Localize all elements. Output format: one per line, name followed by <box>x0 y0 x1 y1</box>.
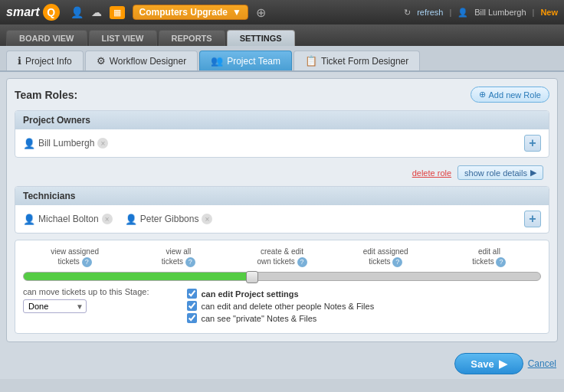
add-member-button[interactable]: + <box>524 135 541 152</box>
member-name-2: Peter Gibbons <box>140 214 199 224</box>
slider-label-2: view all tickets ? <box>126 247 230 267</box>
subtab-workflow[interactable]: ⚙ Workflow Designer <box>85 51 198 70</box>
top-bar: smart Q 👤 ☁ ▦ Computers Upgrade ▼ ⊕ ↻ re… <box>0 0 564 24</box>
help-icon-1[interactable]: ? <box>82 257 92 267</box>
stage-label: can move tickets up to this Stage: <box>23 287 149 296</box>
project-owners-header: Project Owners <box>15 111 549 129</box>
checkbox-label-1: can edit Project settings <box>201 289 298 299</box>
tab-list-view[interactable]: LIST VIEW <box>89 30 157 46</box>
project-name: Computers Upgrade <box>139 7 228 18</box>
main-panel: Team Roles: ⊕ Add new Role Project Owner… <box>6 78 558 342</box>
info-icon: ℹ <box>18 55 21 67</box>
save-arrow-icon: ▶ <box>499 358 507 370</box>
refresh-link[interactable]: refresh <box>417 8 443 17</box>
tab-reports[interactable]: REPORTS <box>159 30 225 46</box>
remove-member-1-button[interactable]: × <box>102 214 113 224</box>
separator2: | <box>533 8 535 17</box>
member-michael-bolton: 👤 Michael Bolton × <box>23 214 113 225</box>
subtab-project-team[interactable]: 👥 Project Team <box>199 51 292 70</box>
sub-tabs: ℹ Project Info ⚙ Workflow Designer 👥 Pro… <box>0 46 564 72</box>
checkbox-label-3: can see "private" Notes & Files <box>201 314 316 323</box>
add-technician-button[interactable]: + <box>524 211 541 227</box>
checkbox-label-2: can edit and delete other people Notes &… <box>201 302 374 311</box>
save-button[interactable]: Save ▶ <box>454 353 523 374</box>
top-right: ↻ refresh | 👤 Bill Lumbergh | New <box>404 8 558 18</box>
permissions-slider-track <box>23 272 541 281</box>
show-role-label: show role details <box>464 168 527 178</box>
nav-tabs: BOARD VIEW LIST VIEW REPORTS SETTINGS <box>0 24 564 46</box>
project-dropdown-icon: ▼ <box>232 7 241 18</box>
ticket-icon: 📋 <box>305 55 317 67</box>
checkbox-row-3: can see "private" Notes & Files <box>187 313 374 323</box>
project-owners-section: Project Owners 👤 Bill Lumbergh × + <box>15 110 549 158</box>
new-badge: New <box>540 8 558 17</box>
tab-board-view[interactable]: BOARD VIEW <box>6 30 87 46</box>
logo-text: smart <box>6 5 40 19</box>
help-icon-2[interactable]: ? <box>185 257 195 267</box>
remove-member-button[interactable]: × <box>97 138 108 149</box>
slider-label-4: edit assigned tickets ? <box>334 247 438 267</box>
subtab-project-team-label: Project Team <box>227 56 280 67</box>
slider-label-3: create & edit own tickets ? <box>230 247 333 267</box>
technicians-section: Technicians 👤 Michael Bolton × 👤 Peter G… <box>15 186 549 234</box>
slider-labels: view assigned tickets ? view all tickets… <box>23 247 541 267</box>
subtab-project-info-label: Project Info <box>25 56 72 67</box>
member-name: Bill Lumbergh <box>38 138 94 149</box>
refresh-icon: ↻ <box>404 8 411 18</box>
help-icon-3[interactable]: ? <box>297 257 307 267</box>
project-selector[interactable]: Computers Upgrade ▼ <box>133 5 248 20</box>
subtab-ticket-form-label: Ticket Form Designer <box>321 56 408 67</box>
add-project-icon[interactable]: ⊕ <box>256 5 266 20</box>
member-icon: 👤 <box>23 138 35 149</box>
member-icon-2: 👤 <box>125 214 137 225</box>
help-icon-4[interactable]: ? <box>392 257 402 267</box>
role-actions: delete role show role details ▶ <box>15 164 549 186</box>
show-role-details-button[interactable]: show role details ▶ <box>457 165 543 180</box>
checkbox-row-2: can edit and delete other people Notes &… <box>187 301 374 311</box>
stage-select-wrapper: Done In Progress Open Closed ▼ <box>23 299 87 313</box>
user-icon[interactable]: 👤 <box>70 6 84 18</box>
checkbox-private-notes[interactable] <box>187 313 197 323</box>
stage-select[interactable]: Done In Progress Open Closed <box>23 299 87 313</box>
cancel-link[interactable]: Cancel <box>528 358 556 369</box>
top-icons: 👤 ☁ ▦ <box>70 6 125 19</box>
panel-header: Team Roles: ⊕ Add new Role <box>15 87 549 103</box>
team-roles-title: Team Roles: <box>15 89 77 101</box>
user-profile-icon: 👤 <box>457 8 468 18</box>
bottom-row: Save ▶ Cancel <box>0 348 564 379</box>
permissions-slider-container <box>23 272 541 281</box>
member-peter-gibbons: 👤 Peter Gibbons × <box>125 214 213 225</box>
help-icon-5[interactable]: ? <box>496 257 506 267</box>
member-bill-lumbergh: 👤 Bill Lumbergh × <box>23 138 108 149</box>
checkbox-edit-project[interactable] <box>187 289 197 299</box>
permissions-slider-thumb[interactable] <box>246 271 258 283</box>
delete-role-link[interactable]: delete role <box>412 168 451 178</box>
subtab-ticket-form[interactable]: 📋 Ticket Form Designer <box>293 51 420 70</box>
logo-q: Q <box>43 4 60 21</box>
add-role-button[interactable]: ⊕ Add new Role <box>471 87 550 103</box>
member-name-1: Michael Bolton <box>38 214 99 224</box>
subtab-workflow-label: Workflow Designer <box>110 56 186 67</box>
member-icon-1: 👤 <box>23 214 35 225</box>
user-separator: | <box>449 8 451 17</box>
project-owners-members: 👤 Bill Lumbergh × + <box>15 129 549 157</box>
workflow-icon: ⚙ <box>97 55 106 67</box>
plus-circle-icon: ⊕ <box>479 90 486 100</box>
slider-label-5: edit all tickets ? <box>438 247 541 267</box>
stage-area: can move tickets up to this Stage: Done … <box>23 287 149 313</box>
checkboxes-area: can edit Project settings can edit and d… <box>187 289 374 325</box>
subtab-project-info[interactable]: ℹ Project Info <box>6 51 84 70</box>
team-icon: 👥 <box>211 55 223 67</box>
dashboard-icon[interactable]: ▦ <box>110 6 125 19</box>
tab-settings[interactable]: SETTINGS <box>227 30 295 46</box>
technicians-members: 👤 Michael Bolton × 👤 Peter Gibbons × + <box>15 205 549 233</box>
cloud-icon[interactable]: ☁ <box>91 6 102 18</box>
technicians-header: Technicians <box>15 187 549 205</box>
permissions-area: view assigned tickets ? view all tickets… <box>15 240 549 334</box>
slider-label-1: view assigned tickets ? <box>23 247 126 267</box>
remove-member-2-button[interactable]: × <box>202 214 212 224</box>
add-role-label: Add new Role <box>489 90 542 100</box>
save-label: Save <box>471 358 494 370</box>
content-area: ℹ Project Info ⚙ Workflow Designer 👥 Pro… <box>0 46 564 379</box>
checkbox-edit-notes[interactable] <box>187 301 197 311</box>
